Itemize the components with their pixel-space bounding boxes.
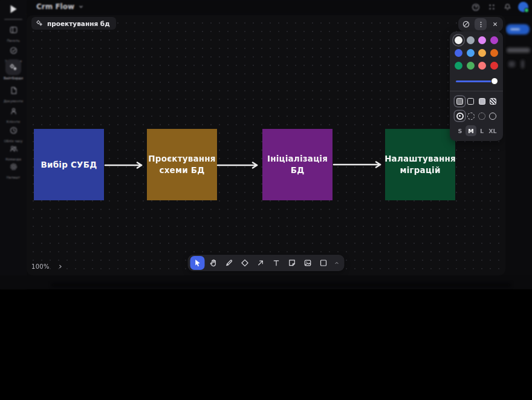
size-row: SMLXL — [455, 125, 498, 136]
stroke-style-dashed-icon[interactable] — [465, 111, 476, 121]
color-swatch[interactable] — [478, 49, 486, 57]
tool-eraser[interactable] — [238, 256, 252, 270]
sidebar-item-team[interactable]: Команда — [0, 140, 27, 161]
tool-text[interactable] — [269, 256, 284, 270]
tool-draw[interactable] — [222, 256, 236, 270]
fill-style-pattern-icon[interactable] — [488, 96, 498, 107]
tool-note[interactable] — [285, 256, 299, 270]
zoom-control[interactable]: 100% — [31, 263, 63, 270]
app-logo[interactable] — [0, 2, 27, 16]
style-panel-header — [458, 17, 503, 31]
team-icon — [5, 140, 21, 156]
color-swatch[interactable] — [467, 62, 475, 70]
app-window: Панель Завдання ВайтБорди Документи Кліє… — [0, 0, 532, 289]
page: Панель Завдання ВайтБорди Документи Кліє… — [0, 0, 532, 400]
kebab-menu-icon[interactable] — [475, 18, 487, 30]
board-tag[interactable]: проектування бд — [31, 17, 116, 30]
zoom-level: 100% — [31, 263, 50, 270]
blurred-bottom-band — [51, 283, 511, 287]
board-title: Crm Flow — [36, 2, 74, 11]
topbar: Crm Flow — [27, 0, 532, 15]
size-button-xl[interactable]: XL — [487, 125, 498, 136]
color-swatch[interactable] — [478, 36, 486, 44]
sidebar-item-label: ВайтБорди — [4, 76, 23, 80]
fill-style-row — [455, 96, 498, 107]
sidebar-divider — [4, 19, 22, 20]
tool-hand[interactable] — [206, 256, 221, 270]
color-swatch[interactable] — [467, 49, 475, 57]
tool-image[interactable] — [300, 256, 315, 270]
play-logo-icon — [8, 4, 19, 15]
opacity-slider[interactable] — [456, 77, 497, 85]
style-panel: SMLXL — [450, 31, 503, 141]
sidebar-item-label: Налашт — [7, 175, 21, 179]
whiteboard-canvas[interactable]: проектування бд Вибір СУБДПроєктування с… — [27, 15, 505, 275]
fill-style-solid-icon[interactable] — [477, 96, 487, 107]
window-bottom-strip — [0, 275, 532, 289]
flow-node[interactable]: Вибір СУБД — [34, 129, 104, 200]
color-palette — [455, 36, 498, 70]
color-swatch[interactable] — [478, 62, 486, 70]
tool-rectangle[interactable] — [316, 256, 331, 270]
clock-icon — [5, 122, 21, 138]
stroke-style-row — [455, 111, 498, 121]
color-swatch[interactable] — [455, 36, 462, 44]
color-swatch[interactable] — [490, 36, 498, 44]
tool-more[interactable] — [332, 256, 342, 270]
slash-circle-icon[interactable] — [460, 18, 472, 30]
bell-icon[interactable] — [502, 2, 512, 12]
fill-style-none-icon[interactable] — [465, 96, 476, 107]
color-swatch[interactable] — [467, 36, 475, 44]
flow-node[interactable]: Ініціалізація БД — [262, 129, 332, 200]
sidebar-item-layout[interactable]: Панель — [0, 22, 27, 42]
sidebar-item-clock[interactable]: Облік часу — [0, 122, 27, 143]
chevron-down-icon — [78, 4, 84, 10]
flow-node[interactable]: Проєктування схеми БД — [147, 129, 217, 200]
board-title-menu[interactable]: Crm Flow — [36, 2, 84, 11]
shapes-icon — [36, 19, 44, 27]
size-button-s[interactable]: S — [455, 125, 465, 136]
blurred-right-rail-text — [507, 48, 530, 53]
sidebar: Панель Завдання ВайтБорди Документи Кліє… — [0, 0, 27, 289]
sidebar-item-document[interactable]: Документи — [0, 82, 27, 103]
color-swatch[interactable] — [490, 49, 498, 57]
chevron-right-icon[interactable] — [57, 264, 63, 269]
gear-icon — [5, 159, 21, 174]
blurred-share-button[interactable] — [506, 24, 530, 34]
shapes-icon — [5, 59, 21, 75]
stroke-style-solid-icon[interactable] — [488, 111, 498, 121]
color-swatch[interactable] — [455, 49, 462, 57]
sidebar-item-clients[interactable]: Клієнти — [0, 103, 27, 123]
tool-arrow[interactable] — [253, 256, 268, 270]
color-swatch[interactable] — [490, 62, 498, 70]
user-avatar[interactable] — [518, 2, 528, 12]
stroke-style-dotted-icon[interactable] — [477, 111, 487, 121]
topbar-actions — [471, 2, 528, 12]
color-swatch[interactable] — [455, 62, 462, 70]
clients-icon — [5, 103, 21, 119]
stroke-style-draw-icon[interactable] — [455, 111, 465, 121]
apps-grid-icon[interactable] — [487, 2, 496, 12]
flow-node[interactable]: Налаштування міграцій — [385, 129, 455, 200]
blurred-right-rail-kebab — [521, 60, 524, 68]
sidebar-item-gear[interactable]: Налашт — [0, 159, 27, 179]
close-icon[interactable] — [489, 18, 501, 30]
blurred-right-rail-control — [508, 61, 515, 67]
panel-divider — [450, 91, 503, 91]
document-icon — [5, 82, 21, 98]
size-button-m[interactable]: M — [465, 125, 476, 136]
size-button-l[interactable]: L — [476, 125, 487, 136]
sidebar-item-shapes[interactable]: ВайтБорди — [0, 59, 27, 80]
layout-icon — [5, 22, 21, 38]
help-icon[interactable] — [471, 2, 481, 12]
tools-toolbar — [188, 255, 345, 271]
opacity-slider-knob[interactable] — [491, 77, 498, 85]
fill-style-semi-icon[interactable] — [455, 96, 465, 107]
tool-select[interactable] — [190, 256, 205, 270]
tasks-icon — [5, 42, 21, 58]
board-tag-label: проектування бд — [47, 20, 110, 27]
